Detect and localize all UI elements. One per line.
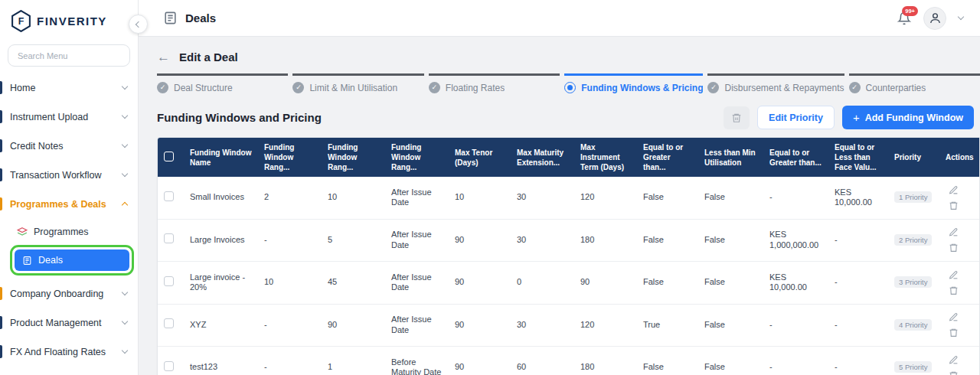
table-row: XYZ - 90 After Issue Date 90 30 120 True… xyxy=(158,304,980,347)
step-deal-structure[interactable]: ✓ Deal Structure xyxy=(157,73,288,93)
cell-max-tenor: 10 xyxy=(449,177,511,219)
delete-row-button[interactable] xyxy=(946,367,961,375)
priority-badge: 2 Priority xyxy=(894,234,932,246)
accent-bar xyxy=(0,197,2,210)
notification-badge: 99+ xyxy=(902,6,918,16)
cell-range-to: 5 xyxy=(322,219,385,262)
trash-icon xyxy=(731,112,742,123)
cell-max-extension: 60 xyxy=(511,347,574,375)
sidebar-item-fx-and-floating-rates[interactable]: FX And Floating Rates xyxy=(0,341,138,363)
chevron-down-icon xyxy=(122,171,128,177)
cell-max-tenor: 90 xyxy=(449,219,511,262)
cell-max-tenor: 90 xyxy=(449,347,511,375)
edit-row-button[interactable] xyxy=(946,310,961,325)
col-max-instrument-term: Max Instrument Term (Days) xyxy=(574,138,637,177)
cell-greater-2: - xyxy=(763,304,828,347)
check-circle-icon: ✓ xyxy=(429,82,440,93)
col-equal-or-greater-2: Equal to or Greater than... xyxy=(763,138,828,177)
check-circle-icon: ✓ xyxy=(157,82,168,93)
sidebar-item-label: Home xyxy=(10,83,122,93)
notifications-button[interactable]: 99+ xyxy=(897,11,911,26)
edit-priority-button[interactable]: Edit Priority xyxy=(757,106,835,129)
cell-max-term: 180 xyxy=(574,347,637,375)
col-priority: Priority xyxy=(888,138,939,177)
accent-bar xyxy=(0,139,2,152)
cell-max-extension: 30 xyxy=(511,219,574,262)
sidebar-item-label: Company Onboarding xyxy=(10,289,122,299)
cell-range-from: - xyxy=(258,219,322,262)
sidebar-item-label: FX And Floating Rates xyxy=(10,347,122,357)
step-funding-windows-pricing[interactable]: Funding Windows & Pricing xyxy=(564,73,703,93)
cell-range-type: After Issue Date xyxy=(385,219,449,262)
sidebar-item-programmes-and-deals[interactable]: Programmes & Deals xyxy=(0,193,138,215)
sidebar-item-credit-notes[interactable]: Credit Notes xyxy=(0,135,138,157)
step-limit-min-utilisation[interactable]: ✓ Limit & Min Utilisation xyxy=(292,73,423,93)
cell-less-face: - xyxy=(828,262,888,305)
chevron-up-icon xyxy=(122,202,128,208)
sidebar-item-product-management[interactable]: Product Management xyxy=(0,311,138,334)
cell-max-extension: 30 xyxy=(511,304,574,347)
step-floating-rates[interactable]: ✓ Floating Rates xyxy=(429,73,560,93)
edit-row-button[interactable] xyxy=(946,267,961,282)
cell-less-min: False xyxy=(698,177,763,219)
topbar: Deals 99+ xyxy=(139,0,980,37)
cell-max-term: 180 xyxy=(574,219,637,262)
radio-active-icon xyxy=(564,82,576,93)
user-avatar-button[interactable] xyxy=(923,7,946,30)
row-checkbox[interactable] xyxy=(164,276,174,286)
deal-stepper: ✓ Deal Structure ✓ Limit & Min Utilisati… xyxy=(157,73,980,93)
back-button[interactable]: ← xyxy=(157,51,170,64)
sidebar-item-label: Programmes xyxy=(34,227,89,237)
cell-less-min: False xyxy=(698,262,763,305)
cell-max-extension: 30 xyxy=(511,177,574,219)
edit-row-button[interactable] xyxy=(946,225,961,240)
cell-range-from: 2 xyxy=(258,177,322,219)
annotation-highlight-green: Deals xyxy=(10,245,134,276)
sidebar-item-instrument-upload[interactable]: Instrument Upload xyxy=(0,106,138,128)
plus-icon: + xyxy=(853,112,860,123)
cell-name: Large Invoices xyxy=(184,219,258,262)
table-row: Large Invoices - 5 After Issue Date 90 3… xyxy=(158,219,980,262)
cell-less-min: False xyxy=(698,219,763,262)
delete-row-button[interactable] xyxy=(946,325,961,341)
delete-row-button[interactable] xyxy=(946,282,961,298)
sidebar-item-home[interactable]: Home xyxy=(0,77,138,99)
priority-badge: 3 Priority xyxy=(894,276,932,288)
step-counterparties[interactable]: ✓ Counterparties xyxy=(849,73,980,93)
add-funding-window-button[interactable]: + Add Funding Window xyxy=(842,106,974,129)
sidebar-item-label: Product Management xyxy=(10,318,122,328)
row-checkbox[interactable] xyxy=(164,361,174,371)
funding-windows-table-card: Funding Window Name Funding Window Rang.… xyxy=(157,137,980,375)
page-title: Deals xyxy=(185,11,216,24)
select-all-checkbox[interactable] xyxy=(164,152,174,161)
app-window: F FINVERITY Home Instrument Upload Credi… xyxy=(0,0,980,375)
row-checkbox[interactable] xyxy=(164,318,174,328)
chevron-down-icon xyxy=(122,289,128,295)
delete-selected-button[interactable] xyxy=(724,106,750,129)
check-circle-icon: ✓ xyxy=(849,82,861,93)
sidebar-collapse-button[interactable] xyxy=(129,15,148,34)
brand-name: FINVERITY xyxy=(37,15,107,28)
cell-greater: False xyxy=(637,177,698,219)
delete-row-button[interactable] xyxy=(946,240,961,256)
edit-row-button[interactable] xyxy=(946,352,961,367)
account-chevron-down-icon[interactable] xyxy=(958,14,964,20)
step-disbursement-repayments[interactable]: ✓ Disbursement & Repayments xyxy=(707,73,844,93)
sidebar-item-programmes[interactable]: Programmes xyxy=(9,222,133,242)
edit-row-button[interactable] xyxy=(946,182,961,197)
delete-row-button[interactable] xyxy=(946,197,961,213)
sidebar-item-label: Deals xyxy=(38,255,63,266)
search-input[interactable] xyxy=(8,44,130,67)
cell-less-face: - xyxy=(828,219,888,262)
cell-name: XYZ xyxy=(184,304,258,347)
sidebar-item-transaction-workflow[interactable]: Transaction Workflow xyxy=(0,164,138,186)
cell-range-to: 90 xyxy=(322,304,385,347)
priority-badge: 5 Priority xyxy=(894,361,932,373)
col-actions: Actions xyxy=(939,138,980,177)
row-checkbox[interactable] xyxy=(164,233,174,243)
sidebar-item-company-onboarding[interactable]: Company Onboarding xyxy=(0,282,138,305)
sidebar-item-deals[interactable]: Deals xyxy=(15,249,129,271)
row-checkbox[interactable] xyxy=(164,191,174,201)
cell-greater: False xyxy=(637,219,698,262)
cell-name: Small Invoices xyxy=(184,177,258,219)
